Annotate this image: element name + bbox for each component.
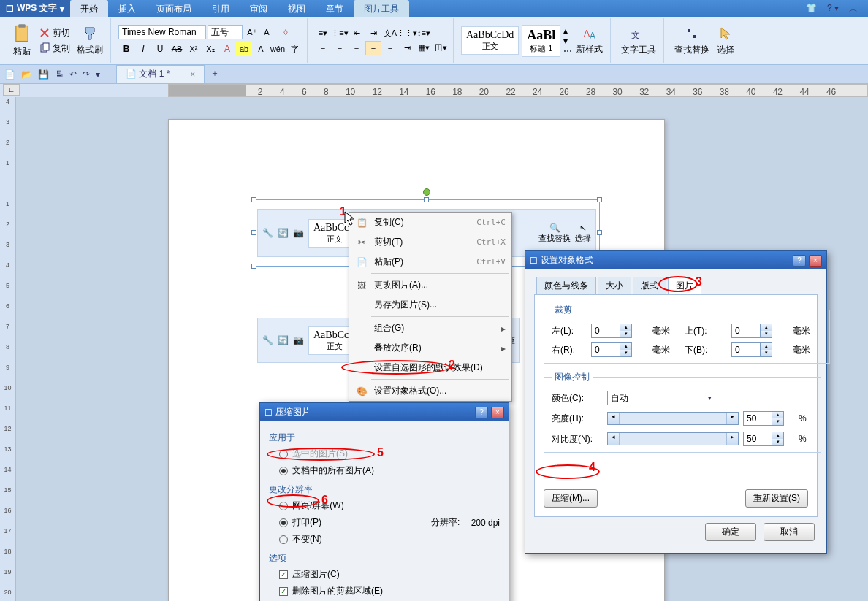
style-heading1[interactable]: AaBl标题 1 (522, 25, 560, 57)
crop-top-input[interactable]: ▴▾ (731, 324, 772, 338)
texttool-button[interactable]: 文文字工具 (618, 23, 659, 58)
contrast-input[interactable]: ▴▾ (743, 432, 784, 446)
print-icon[interactable]: 🖶 (55, 69, 64, 80)
linespacing-icon[interactable]: ↕≡▾ (416, 26, 432, 41)
app-badge[interactable]: WPS 文字 ▾ (0, 0, 70, 17)
ctx-group[interactable]: 组合(G)▸ (349, 318, 511, 338)
charshade-button[interactable]: A (253, 42, 269, 56)
align-center-icon[interactable]: ≡ (332, 41, 348, 55)
tab-start[interactable]: 开始 (70, 0, 108, 17)
tab-picture[interactable]: 图片 (668, 277, 701, 294)
help-icon[interactable]: ? (475, 407, 488, 418)
brightness-input[interactable]: ▴▾ (743, 411, 784, 426)
tab-chapter[interactable]: 章节 (316, 0, 354, 17)
qat-more-icon[interactable]: ▾ (96, 69, 100, 80)
crop-left-input[interactable]: ▴▾ (591, 324, 632, 338)
distribute-icon[interactable]: ≡ (382, 41, 398, 55)
chk-compress[interactable]: ✓压缩图片(C) (269, 566, 500, 583)
align-justify-icon[interactable]: ≡ (365, 41, 381, 55)
asianlayout-icon[interactable]: ⋮⋮▾ (399, 26, 415, 41)
rotate-handle[interactable] (423, 188, 430, 196)
shading-icon[interactable]: ▦▾ (416, 41, 432, 55)
tab-size[interactable]: 大小 (598, 277, 631, 294)
radio-print[interactable]: 打印(P)分辨率: 200 dpi (269, 514, 500, 531)
border-icon[interactable]: 田▾ (433, 41, 449, 55)
radio-nochange[interactable]: 不变(N) (269, 531, 500, 548)
save-icon[interactable]: 💾 (38, 69, 49, 80)
tab-insert[interactable]: 插入 (108, 0, 146, 17)
ctx-order[interactable]: 叠放次序(R)▸ (349, 338, 511, 358)
paste-button[interactable]: 粘贴 (9, 22, 35, 59)
radio-selected[interactable]: 选中的图片(S) (269, 445, 500, 462)
ctx-cut[interactable]: ✂剪切(T)Ctrl+X (349, 232, 511, 252)
cut-button[interactable]: 剪切 (37, 26, 72, 41)
styles-more-icon[interactable]: ⋯ (563, 46, 572, 56)
cancel-button[interactable]: 取消 (764, 523, 815, 541)
align-right-icon[interactable]: ≡ (349, 41, 365, 55)
radio-all[interactable]: 文档中的所有图片(A) (269, 462, 500, 479)
newstyle-button[interactable]: AA新样式 (574, 24, 606, 57)
bold-button[interactable]: B (118, 42, 134, 56)
ctx-default[interactable]: 设置自选图形的默认效果(D) (349, 358, 511, 378)
super-button[interactable]: X² (186, 42, 202, 56)
crop-right-input[interactable]: ▴▾ (591, 342, 632, 357)
numbering-icon[interactable]: ⋮≡▾ (332, 26, 348, 41)
new-tab-icon[interactable]: ＋ (205, 65, 225, 83)
ctx-copy[interactable]: 📋复制(C)Ctrl+C (349, 213, 511, 232)
strike-button[interactable]: AB (169, 42, 185, 56)
formatpainter-button[interactable]: 格式刷 (74, 23, 106, 58)
undo-icon[interactable]: ↶ (69, 69, 77, 80)
tab-review[interactable]: 审阅 (240, 0, 278, 17)
italic-button[interactable]: I (135, 42, 151, 56)
crop-bottom-input[interactable]: ▴▾ (731, 342, 772, 357)
bullets-icon[interactable]: ≡▾ (315, 26, 331, 41)
tab-color[interactable]: 颜色与线条 (536, 277, 596, 294)
indent-inc-icon[interactable]: ⇥ (365, 26, 381, 41)
tab-ref[interactable]: 引用 (202, 0, 240, 17)
indent-dec-icon[interactable]: ⇤ (349, 26, 365, 41)
chk-delcrop[interactable]: ✓删除图片的剪裁区域(E) (269, 583, 500, 600)
sub-button[interactable]: X₂ (202, 42, 218, 56)
enclose-button[interactable]: 字 (286, 42, 302, 56)
tabmark-icon[interactable]: ⇥ (399, 41, 415, 55)
select-button[interactable]: 选择 (714, 23, 737, 58)
compress-button[interactable]: 压缩(M)... (544, 489, 598, 508)
new-icon[interactable]: 📄 (4, 69, 15, 80)
redo-icon[interactable]: ↷ (83, 69, 90, 80)
underline-button[interactable]: U (152, 42, 168, 56)
align-left-icon[interactable]: ≡ (315, 41, 331, 55)
copy-button[interactable]: 复制 (37, 41, 72, 56)
tab-layout[interactable]: 版式 (633, 277, 666, 294)
open-icon[interactable]: 📂 (21, 69, 32, 80)
ctx-saveas[interactable]: 另存为图片(S)... (349, 295, 511, 315)
help-icon[interactable]: ? ▾ (827, 3, 839, 14)
tab-selector[interactable]: ∟ (3, 84, 20, 96)
close-tab-icon[interactable]: × (190, 69, 195, 80)
font-color-button[interactable]: A (219, 42, 235, 56)
shrink-font-icon[interactable]: A⁻ (261, 25, 277, 39)
radio-web[interactable]: 网页/屏幕(W) (269, 497, 500, 514)
font-family-input[interactable] (118, 25, 206, 39)
clear-format-icon[interactable]: ◊ (278, 25, 294, 39)
color-combo[interactable]: 自动▾ (607, 391, 715, 405)
tab-layout[interactable]: 页面布局 (146, 0, 202, 17)
document-tab[interactable]: 📄 文档 1 * × (116, 65, 205, 83)
tab-pictool[interactable]: 图片工具 (354, 0, 409, 17)
contrast-slider[interactable]: ◂▸ (607, 432, 739, 445)
chevron-up-icon[interactable]: ︿ (849, 3, 858, 14)
shirt-icon[interactable]: 👕 (806, 3, 817, 14)
close-icon[interactable]: × (809, 255, 822, 267)
styles-down-icon[interactable]: ▾ (563, 36, 572, 46)
help-icon[interactable]: ? (793, 255, 806, 267)
findreplace-button[interactable]: 查找替换 (671, 23, 712, 58)
tab-view[interactable]: 视图 (278, 0, 316, 17)
close-icon[interactable]: × (491, 407, 504, 418)
font-size-input[interactable] (208, 25, 243, 39)
highlight-button[interactable]: ab (236, 42, 252, 56)
ctx-format[interactable]: 🎨设置对象格式(O)... (349, 381, 511, 401)
ctx-changepic[interactable]: 🖼更改图片(A)... (349, 275, 511, 295)
ok-button[interactable]: 确定 (705, 523, 756, 541)
ctx-paste[interactable]: 📄粘贴(P)Ctrl+V (349, 252, 511, 272)
textdir-icon[interactable]: 文A (382, 26, 398, 41)
brightness-slider[interactable]: ◂▸ (607, 412, 739, 425)
